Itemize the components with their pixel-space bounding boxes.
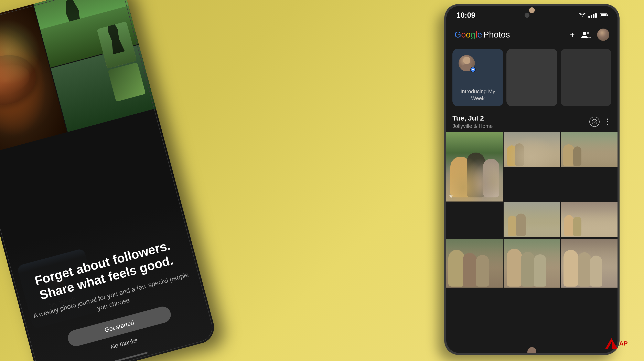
cat-photo-sm3[interactable] — [504, 202, 560, 237]
cat-photo-row2-3[interactable] — [561, 239, 618, 288]
status-time: 10:09 — [456, 11, 475, 20]
logo-g: G — [454, 30, 461, 39]
logo-e: l — [476, 30, 477, 39]
photo-grid-2 — [446, 238, 618, 288]
watermark-triangle-inner — [608, 341, 612, 349]
svg-point-1 — [587, 32, 590, 34]
camera-indicator — [524, 13, 530, 18]
left-phone: My Week Forget about followers. Share wh… — [0, 0, 218, 361]
watermark: AP — [605, 338, 628, 349]
check-circle-button[interactable] — [590, 117, 600, 127]
date-section: Tue, Jul 2 Jollyville & Home ⋮ — [446, 110, 618, 131]
header-actions: + — [570, 29, 609, 41]
cat-photo-sm4[interactable] — [561, 202, 618, 237]
date-info: Tue, Jul 2 Jollyville & Home — [452, 114, 493, 129]
add-button[interactable]: + — [570, 30, 575, 39]
logo-gl: g — [470, 30, 475, 39]
user-avatar-right[interactable] — [597, 29, 609, 41]
date-actions: ⋮ — [590, 117, 612, 127]
logo-google-text: Google — [454, 30, 482, 40]
people-icon[interactable] — [581, 31, 591, 39]
food-bowl-image — [0, 49, 42, 112]
home-indicator — [108, 352, 148, 361]
svg-point-0 — [583, 32, 586, 35]
cat-photo-sm1[interactable] — [504, 132, 560, 167]
story-card-blank-1[interactable] — [506, 49, 557, 106]
bottom-overlay: Forget about followers. Share what feels… — [4, 201, 218, 361]
logo-o1: o — [461, 30, 466, 39]
logo-e2: e — [477, 30, 482, 39]
date-location: Jollyville & Home — [452, 123, 493, 129]
cat-photo-sm2[interactable] — [561, 132, 618, 167]
battery-fill — [601, 14, 606, 16]
app-header: Google Photos + — [446, 25, 618, 45]
story-card-my-week[interactable]: + Introducing My Week — [452, 49, 503, 106]
checkmark-icon — [592, 119, 597, 125]
logo-o2: o — [466, 30, 470, 39]
app-logo: Google Photos — [454, 30, 510, 40]
svg-point-2 — [592, 119, 597, 124]
shadow-figure — [61, 0, 88, 41]
cat-photo-large[interactable]: ★ — [446, 132, 503, 201]
battery-icon — [600, 14, 607, 17]
watermark-logo: AP — [605, 338, 628, 349]
right-phone: 10:09 — [444, 4, 620, 355]
status-icons — [578, 13, 607, 18]
date-title: Tue, Jul 2 — [452, 114, 493, 122]
signal-icon — [588, 13, 597, 18]
cat-photo-row2-2[interactable] — [504, 239, 560, 288]
star-badge: ★ — [448, 193, 454, 199]
story-card-blank-2[interactable] — [561, 49, 612, 106]
story-avatar-wrap: + — [458, 55, 475, 71]
story-avatar-plus: + — [470, 67, 476, 72]
wifi-icon — [578, 13, 586, 18]
photo-grid-1: ★ — [446, 131, 618, 238]
logo-photos-text: Photos — [483, 30, 510, 40]
story-label-my-week: Introducing My Week — [452, 88, 503, 102]
no-thanks-button[interactable]: No thanks — [110, 336, 138, 350]
date-row: Tue, Jul 2 Jollyville & Home ⋮ — [452, 114, 612, 129]
cat-photo-row2-1[interactable] — [446, 239, 503, 288]
stories-row: + Introducing My Week — [446, 45, 618, 110]
watermark-text: AP — [619, 340, 628, 347]
more-options-button[interactable]: ⋮ — [604, 118, 612, 126]
